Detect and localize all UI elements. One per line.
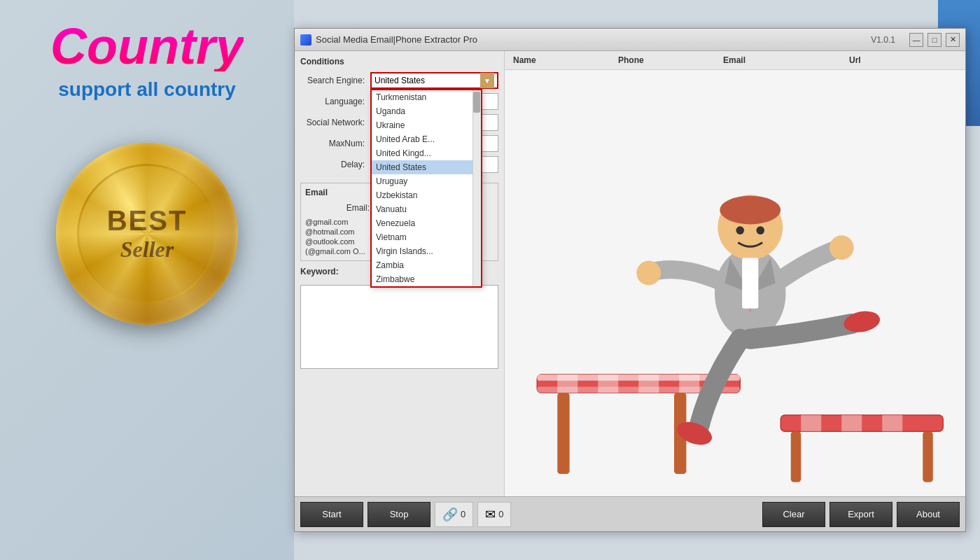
dropdown-item-uae[interactable]: United Arab E...	[372, 132, 481, 146]
dropdown-item-zimbabwe[interactable]: Zimbabwe	[372, 272, 481, 286]
results-body	[505, 70, 965, 496]
search-engine-label: Search Engine:	[300, 76, 370, 85]
link-counter-group: 🔗 0	[435, 502, 473, 527]
app-icon	[300, 34, 312, 46]
dropdown-item-zambia[interactable]: Zambia	[372, 258, 481, 272]
svg-rect-14	[923, 431, 933, 482]
right-barrier	[780, 415, 943, 482]
dropdown-arrow-icon: ▼	[480, 73, 494, 88]
email-counter-group: ✉ 0	[477, 502, 511, 527]
main-window: Social Media Email|Phone Extractor Pro V…	[294, 28, 966, 532]
illustration-svg	[505, 70, 965, 496]
dropdown-item-vietnam[interactable]: Vietnam	[372, 230, 481, 244]
svg-rect-4	[598, 374, 618, 393]
svg-rect-10	[801, 415, 821, 431]
conditions-label: Conditions	[300, 57, 498, 66]
maxnum-label: MaxNum:	[300, 139, 370, 148]
close-button[interactable]: ✕	[946, 33, 960, 47]
hair	[720, 196, 780, 225]
search-engine-dropdown[interactable]: United States ▼	[370, 72, 498, 89]
hand-left	[636, 261, 661, 286]
clear-button[interactable]: Clear	[762, 502, 825, 527]
about-button[interactable]: About	[897, 502, 960, 527]
eye-left	[736, 226, 744, 234]
medal-conic	[56, 143, 238, 325]
email-count: 0	[498, 509, 503, 519]
dropdown-scrollbar[interactable]	[472, 90, 481, 286]
dropdown-item-uganda[interactable]: Uganda	[372, 104, 481, 118]
bottom-bar: Start Stop 🔗 0 ✉ 0 Clear Export About	[295, 496, 965, 531]
col-email: Email	[715, 54, 841, 66]
conditions-panel: Conditions Search Engine: United States …	[295, 51, 505, 496]
col-url: Url	[841, 54, 965, 66]
col-phone: Phone	[610, 54, 715, 66]
keyword-textarea[interactable]	[300, 285, 498, 369]
best-seller-medal: BEST Seller	[56, 143, 238, 325]
dropdown-selected-value: United States	[374, 76, 425, 85]
export-button[interactable]: Export	[830, 502, 892, 527]
email-icon: ✉	[485, 507, 496, 522]
dropdown-item-turkmenistan[interactable]: Turkmenistan	[372, 90, 481, 104]
app-version: V1.0.1	[871, 35, 895, 45]
svg-rect-6	[679, 374, 699, 393]
dropdown-item-ukraine[interactable]: Ukraine	[372, 118, 481, 132]
results-header: Name Phone Email Url	[505, 51, 965, 70]
dropdown-item-venezuela[interactable]: Venezuela	[372, 216, 481, 230]
svg-rect-7	[557, 393, 569, 474]
link-icon: 🔗	[442, 507, 458, 522]
dropdown-item-vanuatu[interactable]: Vanuatu	[372, 202, 481, 216]
email-field-label: Email:	[305, 203, 375, 213]
country-dropdown-list[interactable]: Turkmenistan Uganda Ukraine United Arab …	[370, 89, 482, 288]
dropdown-item-uzbekistan[interactable]: Uzbekistan	[372, 188, 481, 202]
promo-area: Country support all country BEST Seller	[0, 0, 294, 560]
minimize-button[interactable]: —	[909, 33, 923, 47]
search-engine-row: Search Engine: United States ▼ Turkmenis…	[300, 72, 498, 89]
svg-rect-13	[791, 431, 802, 482]
title-bar: Social Media Email|Phone Extractor Pro V…	[295, 29, 965, 51]
svg-rect-3	[557, 374, 578, 393]
social-network-label: Social Network:	[300, 118, 370, 127]
col-name: Name	[505, 54, 610, 66]
start-button[interactable]: Start	[300, 502, 363, 527]
eye-right	[756, 226, 764, 234]
shirt	[742, 258, 758, 309]
dropdown-scroll-thumb	[473, 92, 480, 113]
dropdown-item-uruguay[interactable]: Uruguay	[372, 174, 481, 188]
medal-outer: BEST Seller	[56, 143, 238, 325]
window-controls: — □ ✕	[909, 33, 960, 47]
svg-rect-12	[882, 415, 902, 431]
language-label: Language:	[300, 97, 370, 106]
dropdown-item-virgin[interactable]: Virgin Islands...	[372, 244, 481, 258]
promo-headline: Country	[50, 21, 244, 71]
svg-rect-11	[841, 415, 862, 431]
promo-subtext: support all country	[58, 78, 236, 101]
content-area: Conditions Search Engine: United States …	[295, 51, 965, 496]
stop-button[interactable]: Stop	[368, 502, 430, 527]
svg-rect-5	[638, 374, 659, 393]
link-count: 0	[461, 509, 465, 519]
hand-right	[830, 235, 854, 260]
delay-label: Delay:	[300, 160, 370, 169]
results-panel: Name Phone Email Url	[505, 51, 965, 496]
dropdown-item-uk[interactable]: United Kingd...	[372, 146, 481, 160]
keyword-label: Keyword:	[300, 267, 339, 276]
maximize-button[interactable]: □	[927, 33, 941, 47]
dropdown-item-us[interactable]: United States	[372, 160, 481, 174]
app-title: Social Media Email|Phone Extractor Pro	[316, 34, 871, 45]
